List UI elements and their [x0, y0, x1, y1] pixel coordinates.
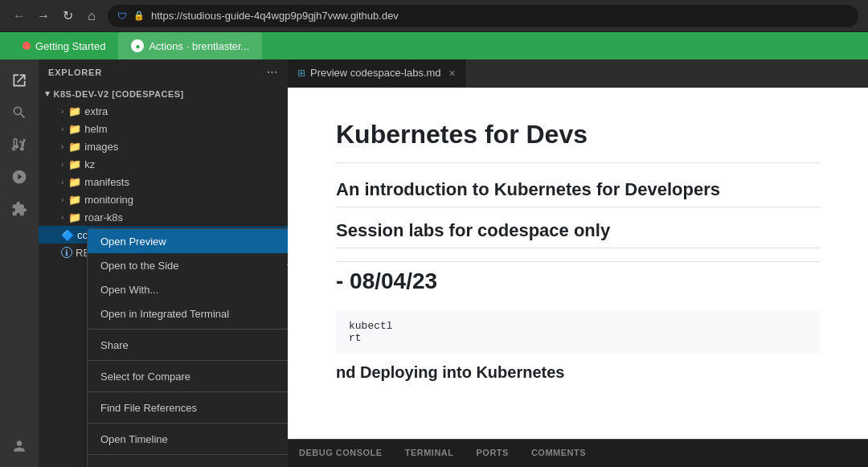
- code-line-1: kubectl: [349, 320, 807, 332]
- context-menu: Open Preview ⇧⌘V Open to the Side ^Enter…: [87, 228, 288, 467]
- menu-item-label: Open to the Side: [100, 260, 179, 272]
- root-label: K8S-DEV-V2 [CODESPACES]: [54, 89, 184, 99]
- collapse-chevron: ▾: [45, 88, 51, 99]
- tree-item-label: images: [84, 141, 118, 153]
- folder-icon: 📁: [68, 105, 81, 117]
- menu-item-label: Open Preview: [100, 236, 166, 248]
- vscode-container: EXPLORER ··· ▾ K8S-DEV-V2 [CODESPACES] ›…: [0, 59, 868, 467]
- preview-heading-1: Kubernetes for Devs: [336, 120, 820, 163]
- menu-item-share[interactable]: Share ›: [88, 333, 288, 357]
- menu-item-open-terminal[interactable]: Open in Integrated Terminal: [88, 301, 288, 326]
- tree-item-monitoring[interactable]: › 📁 monitoring: [39, 190, 288, 208]
- getting-started-label: Getting Started: [35, 40, 105, 52]
- menu-separator: [88, 454, 288, 455]
- getting-started-icon: [23, 42, 31, 50]
- menu-item-select-compare[interactable]: Select for Compare: [88, 364, 288, 388]
- explorer-title: EXPLORER: [48, 68, 102, 77]
- folder-icon: 📁: [68, 194, 81, 206]
- menu-item-open-timeline[interactable]: Open Timeline: [88, 427, 288, 451]
- address-bar[interactable]: 🛡 🔒 https://studious-guide-4q4wgp9p9gjh7…: [108, 5, 858, 27]
- forward-button[interactable]: →: [34, 6, 53, 26]
- account-icon[interactable]: [5, 432, 34, 461]
- tree-item-manifests[interactable]: › 📁 manifests: [39, 173, 288, 190]
- preview-content: Kubernetes for Devs An introduction to K…: [288, 88, 868, 439]
- tree-item-images[interactable]: › 📁 images: [39, 137, 288, 155]
- panel-tab-comments[interactable]: COMMENTS: [520, 440, 597, 467]
- menu-separator: [88, 329, 288, 330]
- tree-item-roar-k8s[interactable]: › 📁 roar-k8s: [39, 208, 288, 226]
- menu-item-label: Share: [100, 339, 129, 351]
- menu-separator: [88, 360, 288, 361]
- preview-heading-2: An introduction to Kubernetes for Develo…: [336, 179, 820, 207]
- source-control-icon[interactable]: [5, 130, 34, 159]
- panel-tab-label: TERMINAL: [405, 448, 454, 457]
- explorer-icon[interactable]: [5, 66, 34, 95]
- chevron-icon: ›: [61, 125, 63, 133]
- chevron-icon: ›: [61, 178, 63, 186]
- back-button[interactable]: ←: [10, 6, 29, 26]
- menu-item-open-preview[interactable]: Open Preview ⇧⌘V: [88, 229, 288, 253]
- sidebar: EXPLORER ··· ▾ K8S-DEV-V2 [CODESPACES] ›…: [39, 59, 288, 467]
- github-tab-getting-started[interactable]: Getting Started: [10, 32, 118, 59]
- home-button[interactable]: ⌂: [82, 6, 101, 26]
- tab-label: Preview codespace-labs.md: [310, 67, 441, 79]
- close-tab-button[interactable]: ×: [449, 67, 456, 80]
- actions-label: Actions · brentlaster...: [149, 40, 249, 52]
- menu-item-label: Open Timeline: [100, 433, 168, 445]
- url-text: https://studious-guide-4q4wgp9p9gjh7vww.…: [151, 10, 399, 22]
- menu-item-open-with[interactable]: Open With...: [88, 277, 288, 301]
- menu-item-label: Open With...: [100, 284, 158, 296]
- main-area: ⊞ Preview codespace-labs.md × Kubernetes…: [288, 59, 868, 467]
- bottom-panel: DEBUG CONSOLE TERMINAL PORTS COMMENTS: [288, 439, 868, 467]
- preview-date: - 08/04/23: [336, 261, 820, 294]
- extensions-icon[interactable]: [5, 195, 34, 223]
- folder-icon: 📁: [68, 176, 81, 188]
- menu-item-find-references[interactable]: Find File References: [88, 395, 288, 420]
- menu-shortcut: ^Enter: [287, 260, 288, 271]
- sidebar-header-actions: ···: [267, 66, 278, 79]
- chevron-icon: ›: [61, 213, 63, 222]
- menu-item-label: Open in Integrated Terminal: [100, 308, 229, 320]
- menu-item-open-side[interactable]: Open to the Side ^Enter: [88, 253, 288, 277]
- tree-root[interactable]: ▾ K8S-DEV-V2 [CODESPACES]: [39, 85, 288, 102]
- markdown-icon: 🔷: [61, 229, 74, 241]
- tree-item-kz[interactable]: › 📁 kz: [39, 155, 288, 173]
- chevron-icon: ›: [61, 107, 63, 116]
- folder-icon: 📁: [68, 158, 81, 170]
- chevron-icon: ›: [61, 142, 63, 151]
- tree-item-label: kz: [84, 158, 95, 170]
- code-line-2: rt: [349, 332, 807, 344]
- refresh-button[interactable]: ↻: [58, 6, 77, 26]
- tree-item-label: extra: [84, 105, 108, 117]
- search-icon[interactable]: [5, 98, 34, 127]
- run-debug-icon[interactable]: [5, 162, 34, 191]
- sidebar-header: EXPLORER ···: [39, 59, 288, 85]
- panel-tab-ports[interactable]: PORTS: [465, 440, 520, 467]
- tree-item-label: roar-k8s: [84, 211, 123, 223]
- panel-tab-label: DEBUG CONSOLE: [299, 448, 383, 457]
- tree-item-helm[interactable]: › 📁 helm: [39, 120, 288, 137]
- chevron-icon: ›: [61, 195, 63, 204]
- menu-item-label: Find File References: [100, 402, 197, 414]
- deploy-heading: nd Deploying into Kubernetes: [336, 363, 820, 382]
- tree-item-extra[interactable]: › 📁 extra: [39, 102, 288, 120]
- sidebar-more-button[interactable]: ···: [267, 66, 278, 79]
- tab-file-icon: ⊞: [297, 68, 305, 79]
- github-bar: Getting Started ● Actions · brentlaster.…: [0, 32, 868, 59]
- menu-item-cut[interactable]: Cut ⌘X: [88, 458, 288, 467]
- tree-item-label: manifests: [84, 176, 129, 188]
- editor-tab-preview[interactable]: ⊞ Preview codespace-labs.md ×: [288, 59, 466, 87]
- menu-item-label: Cut: [100, 465, 117, 468]
- github-tab-actions[interactable]: ● Actions · brentlaster...: [118, 32, 262, 59]
- browser-chrome: ← → ↻ ⌂ 🛡 🔒 https://studious-guide-4q4wg…: [0, 0, 868, 32]
- activity-bar: [0, 59, 39, 467]
- folder-icon: 📁: [68, 123, 81, 135]
- shield-icon: 🛡: [117, 10, 127, 22]
- panel-tab-label: PORTS: [477, 448, 509, 457]
- panel-tab-label: COMMENTS: [531, 448, 586, 457]
- panel-tab-terminal[interactable]: TERMINAL: [394, 440, 465, 467]
- panel-tab-debug-console[interactable]: DEBUG CONSOLE: [288, 440, 394, 467]
- tab-bar: ⊞ Preview codespace-labs.md ×: [288, 59, 868, 88]
- github-icon: ●: [131, 39, 144, 52]
- menu-separator: [88, 423, 288, 424]
